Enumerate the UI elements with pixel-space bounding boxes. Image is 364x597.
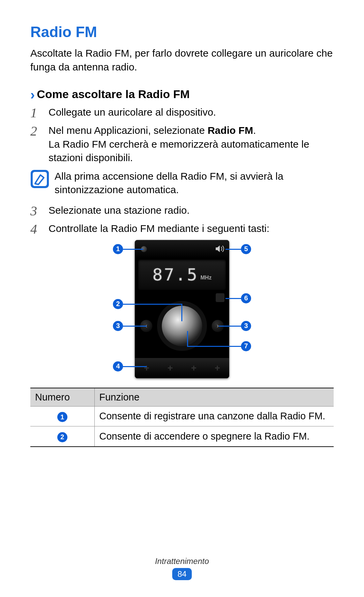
callout-6: 6 xyxy=(241,293,251,303)
row-function-text: Consente di accendere o spegnere la Radi… xyxy=(94,426,334,447)
step-2: 2 Nel menu Applicazioni, selezionate Rad… xyxy=(30,124,334,165)
frequency-value: 87.5 xyxy=(152,265,198,285)
radio-diagram: 87.5 MHz ‹ › + + + + 1 2 xyxy=(30,240,334,382)
footer-section-name: Intrattenimento xyxy=(0,557,364,566)
step-list: 1 Collegate un auricolare al dispositivo… xyxy=(30,106,334,165)
step-text: Controllate la Radio FM mediante i segue… xyxy=(49,222,269,237)
note-text: Alla prima accensione della Radio FM, si… xyxy=(55,170,334,197)
footer-page-number: 84 xyxy=(172,568,192,580)
function-table: Numero Funzione 1 Consente di registrare… xyxy=(30,388,334,447)
preset-slot: + xyxy=(206,358,229,378)
step-4: 4 Controllate la Radio FM mediante i seg… xyxy=(30,222,334,237)
speaker-icon xyxy=(215,245,224,253)
frequency-display: 87.5 MHz xyxy=(138,260,226,290)
intro-text: Ascoltate la Radio FM, per farlo dovrete… xyxy=(30,47,334,74)
step-text: Selezionate una stazione radio. xyxy=(49,204,190,218)
step-text: Nel menu Applicazioni, selezionate Radio… xyxy=(49,124,334,165)
table-header-row: Numero Funzione xyxy=(30,388,334,407)
page-title: Radio FM xyxy=(30,24,334,40)
callout-1: 1 xyxy=(113,244,123,254)
step-number: 4 xyxy=(30,222,49,237)
step-list-cont: 3 Selezionate una stazione radio. 4 Cont… xyxy=(30,204,334,237)
note-icon xyxy=(30,170,49,188)
row-number-badge: 1 xyxy=(57,412,67,422)
preset-slot: + xyxy=(182,358,206,378)
step-number: 2 xyxy=(30,124,49,165)
header-number: Numero xyxy=(30,388,94,407)
chevron-right-icon: › xyxy=(30,88,35,101)
callout-7: 7 xyxy=(241,341,251,351)
step-number: 3 xyxy=(30,204,49,218)
page-footer: Intrattenimento 84 xyxy=(0,557,364,580)
preset-slot: + xyxy=(158,358,182,378)
callout-4: 4 xyxy=(113,361,123,371)
preset-slot: + xyxy=(135,358,158,378)
table-row: 2 Consente di accendere o spegnere la Ra… xyxy=(30,426,334,447)
row-number-badge: 2 xyxy=(57,432,67,442)
manual-page: Radio FM Ascoltate la Radio FM, per farl… xyxy=(0,0,364,597)
subsection-title: Come ascoltare la Radio FM xyxy=(37,88,189,101)
callout-3-right: 3 xyxy=(241,321,251,331)
callout-5: 5 xyxy=(241,244,251,254)
step-text: Collegate un auricolare al dispositivo. xyxy=(49,106,216,120)
table-row: 1 Consente di registrare una canzone dal… xyxy=(30,406,334,426)
header-function: Funzione xyxy=(94,388,334,407)
callout-2: 2 xyxy=(113,299,123,309)
subsection-heading: › Come ascoltare la Radio FM xyxy=(30,87,334,101)
frequency-unit: MHz xyxy=(201,275,212,281)
step-1: 1 Collegate un auricolare al dispositivo… xyxy=(30,106,334,120)
step-3: 3 Selezionate una stazione radio. xyxy=(30,204,334,218)
callout-3-left: 3 xyxy=(113,321,123,331)
preset-bar: + + + + xyxy=(135,358,229,378)
note-block: Alla prima accensione della Radio FM, si… xyxy=(30,170,334,197)
step-number: 1 xyxy=(30,106,49,120)
row-function-text: Consente di registrare una canzone dalla… xyxy=(94,406,334,426)
